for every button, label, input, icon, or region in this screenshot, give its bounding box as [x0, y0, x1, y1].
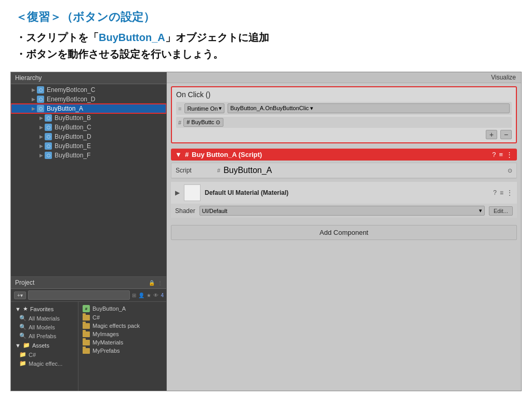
- shader-value: UI/Default: [202, 208, 228, 214]
- material-info: Default UI Material (Material): [205, 189, 489, 196]
- hierarchy-item[interactable]: ▶ ⬡ EnemyBotIcon_D: [11, 95, 166, 104]
- instruction-title: ＜復習＞（ボタンの設定）: [16, 9, 516, 25]
- menu-dots-icon[interactable]: ⋮: [506, 151, 513, 158]
- shader-dropdown[interactable]: UI/Default ▾: [200, 206, 485, 216]
- visualize-label: Visualize: [491, 74, 516, 81]
- folder-icon: [83, 348, 90, 354]
- menu-dots-icon[interactable]: ⋮: [507, 189, 513, 196]
- hierarchy-item-buybutton-a[interactable]: ▶ ⬡ BuyButton_A: [11, 104, 166, 113]
- arrow-icon: ▶: [32, 106, 35, 111]
- hierarchy-items: ▶ ⬡ EnemyBotIcon_C ▶ ⬡ EnemyBotIcon_D ▶ …: [11, 84, 166, 276]
- item-label: BuyButton_F: [55, 152, 90, 159]
- menu-icon: ⋮: [157, 280, 163, 286]
- sidebar-item-label: All Materials: [29, 315, 60, 322]
- triangle-down-icon: ▼: [15, 342, 21, 349]
- script-value: # BuyButton_A ⊙: [217, 166, 512, 175]
- arrow-icon: ▶: [39, 134, 43, 139]
- star-icon[interactable]: ★: [147, 292, 151, 298]
- add-handler-button[interactable]: +: [486, 130, 497, 139]
- shader-edit-button[interactable]: Edit...: [489, 206, 513, 216]
- toolbar-icons: ⊞ 👤 ★ 👁 4: [132, 292, 164, 298]
- hash-icon: #: [178, 119, 181, 126]
- unity-editor-area: Hierarchy ▶ ⬡ EnemyBotIcon_C ▶ ⬡ EnemyBo…: [10, 72, 522, 391]
- hierarchy-item[interactable]: ▶ ⬡ BuyButton_E: [11, 141, 166, 151]
- arrow-icon: ▶: [39, 115, 43, 121]
- asset-item-csharp[interactable]: C#: [81, 313, 165, 322]
- sidebar-item-magic-effects[interactable]: 📁 Magic effec...: [11, 359, 78, 368]
- project-panel: Project 🔒 ⋮ +▾ ⊞ 👤 ★ 👁: [11, 276, 167, 391]
- edit-label: Edit...: [494, 208, 508, 214]
- instruction-line1: ・スクリプトを「BuyButton_A」オブジェクトに追加: [16, 29, 516, 46]
- sidebar-item-label: All Prefabs: [29, 333, 56, 339]
- count-badge: 4: [161, 292, 164, 298]
- sidebar-item-label: Magic effec...: [29, 361, 62, 367]
- object-icon: ⬡: [45, 124, 52, 131]
- asset-label: Magic effects pack: [92, 323, 140, 329]
- instruction-line1-prefix: ・スクリプトを「: [16, 32, 99, 43]
- project-label: Project: [15, 279, 34, 286]
- settings-icon[interactable]: ≡: [500, 189, 503, 196]
- instruction-area: ＜復習＞（ボタンの設定） ・スクリプトを「BuyButton_A」オブジェクトに…: [0, 0, 532, 68]
- add-component-button[interactable]: Add Component: [171, 225, 517, 240]
- sidebar-item-label: All Models: [29, 324, 55, 330]
- folder-icon: [83, 323, 90, 329]
- method-label: BuyButton_A.OnBuyButtonClic ▾: [230, 105, 313, 111]
- script-ref-row: # # BuyButtc ⊙: [176, 117, 512, 128]
- asset-item-myimages[interactable]: MyImages: [81, 330, 165, 338]
- add-component-label: Add Component: [320, 229, 368, 236]
- dropdown-arrow: ▾: [219, 105, 222, 112]
- hierarchy-header: Hierarchy: [11, 72, 166, 84]
- project-search-input[interactable]: [28, 290, 130, 300]
- settings-icon[interactable]: ≡: [499, 151, 503, 158]
- instruction-buybutton-highlight: BuyButton_A: [99, 32, 165, 43]
- question-icon[interactable]: ?: [492, 151, 496, 158]
- plus-icon: +: [489, 130, 494, 139]
- runtime-dropdown[interactable]: Runtime On ▾: [184, 103, 224, 113]
- asset-label: MyImages: [92, 331, 119, 337]
- dropdown-arrow: ▾: [479, 207, 482, 214]
- sidebar-item-all-prefabs[interactable]: 🔍 All Prefabs: [11, 331, 78, 340]
- project-header: Project 🔒 ⋮: [11, 277, 167, 289]
- arrow-icon: ▶: [32, 97, 35, 102]
- eye-icon[interactable]: 👁: [153, 292, 158, 298]
- person-icon[interactable]: 👤: [138, 292, 144, 298]
- asset-item-buybutton[interactable]: # BuyButton_A: [81, 304, 165, 313]
- favorites-header: ▼ ★ Favorites: [11, 304, 78, 314]
- add-button[interactable]: +▾: [14, 291, 26, 299]
- hierarchy-item[interactable]: ▶ ⬡ BuyButton_F: [11, 151, 166, 160]
- remove-handler-button[interactable]: −: [500, 130, 512, 139]
- shader-row: Shader UI/Default ▾ Edit...: [171, 204, 517, 218]
- asset-label: MyPrefabs: [92, 348, 120, 354]
- hierarchy-item[interactable]: ▶ ⬡ BuyButton_D: [11, 132, 166, 141]
- sidebar-item-csharp[interactable]: 📁 C#: [11, 350, 78, 359]
- hash-icon: #: [217, 167, 220, 174]
- on-click-row: ≡ Runtime On ▾ BuyButton_A.OnBuyButtonCl…: [176, 102, 512, 115]
- asset-item-mymaterials[interactable]: MyMaterials: [81, 338, 165, 347]
- hierarchy-item[interactable]: ▶ ⬡ BuyButton_B: [11, 113, 166, 123]
- lock-icon: 🔒: [149, 280, 155, 286]
- arrow-icon: ▶: [39, 143, 43, 149]
- asset-item-myprefabs[interactable]: MyPrefabs: [81, 347, 165, 355]
- asset-label: BuyButton_A: [92, 305, 126, 312]
- sidebar-item-all-models[interactable]: 🔍 All Models: [11, 323, 78, 331]
- script-ref-badge[interactable]: # BuyButtc ⊙: [183, 118, 223, 127]
- hierarchy-item[interactable]: ▶ ⬡ EnemyBotIcon_C: [11, 85, 166, 95]
- hierarchy-item[interactable]: ▶ ⬡ BuyButton_C: [11, 123, 166, 132]
- material-row: ▶ Default UI Material (Material) ? ≡ ⋮: [171, 182, 517, 204]
- target-icon: ⊙: [508, 167, 512, 174]
- object-icon: ⬡: [37, 86, 44, 94]
- object-icon: ⬡: [37, 105, 44, 112]
- method-dropdown[interactable]: BuyButton_A.OnBuyButtonClic ▾: [228, 103, 510, 113]
- asset-item-magic-effects[interactable]: Magic effects pack: [81, 322, 165, 330]
- item-label: EnemyBotIcon_C: [47, 86, 95, 94]
- star-icon: ★: [23, 305, 28, 312]
- grid-icon[interactable]: ⊞: [132, 292, 136, 298]
- script-label: Script: [176, 167, 217, 174]
- script-section-header[interactable]: ▼ # Buy Button_A (Script) ? ≡ ⋮: [171, 149, 517, 161]
- on-click-header: On Click (): [176, 90, 512, 99]
- arrow-icon: ▶: [39, 125, 43, 130]
- sidebar-item-all-materials[interactable]: 🔍 All Materials: [11, 314, 78, 323]
- search-icon: 🔍: [19, 324, 26, 330]
- question-icon[interactable]: ?: [493, 189, 497, 196]
- instruction-line2: ・ボタンを動作させる設定を行いましょう。: [16, 46, 516, 62]
